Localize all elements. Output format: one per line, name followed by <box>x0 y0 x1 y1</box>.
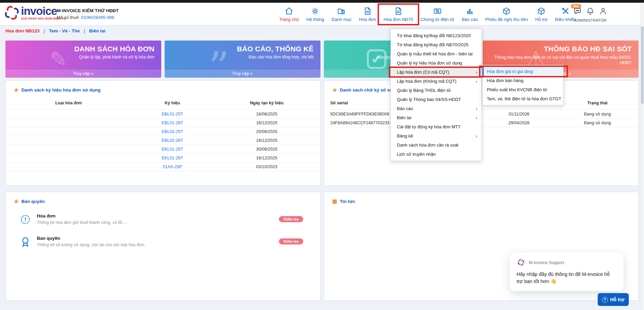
menu-item[interactable]: Tờ khai đăng ký/thay đổi NĐ123/2020 <box>391 31 481 40</box>
symbol-link[interactable]: EBL01-26T <box>132 119 213 127</box>
chat-widget[interactable]: M-invoice Support Hãy nhập đầy đủ thông … <box>510 253 623 291</box>
tax-code[interactable]: 0106026495-998 <box>81 15 114 20</box>
menu-item[interactable]: Quản lý Bảng THDL điện tử <box>391 86 481 95</box>
nav-item-payment-request[interactable]: Phiếu đề nghị thu tiền <box>484 7 529 22</box>
menu-item[interactable]: Quản lý ký hiệu hóa đơn sử dụng <box>391 58 481 68</box>
tax-label: Mã số thuế: <box>57 15 80 20</box>
messages-button[interactable]: Mới <box>573 7 582 17</box>
card-access-button[interactable]: Truy cập » <box>165 70 320 78</box>
scrollbar[interactable] <box>640 3 644 310</box>
menu-item[interactable]: Lịch sử truyền nhận <box>391 150 481 159</box>
help-button-label: Hỗ trợ <box>610 297 625 302</box>
table-row: EBL01-25T18/06/2025 <box>6 110 320 119</box>
bar-chart-icon <box>466 7 474 16</box>
invoice-type-cell <box>6 136 132 145</box>
card-reports[interactable]: ” BÁO CÁO, THỐNG KÊ Báo cáo hóa đơn tổng… <box>165 41 320 78</box>
nav-item-invoice-nd70[interactable]: Hóa đơn NĐ70 <box>382 7 414 22</box>
nav-item-evoucher[interactable]: Chứng từ điện tử <box>419 7 456 22</box>
nav-item-system[interactable]: Hệ thống <box>305 7 326 22</box>
menu-item[interactable]: Danh sách hóa đơn cần rà soát <box>391 140 481 150</box>
check-button[interactable]: Kiểm tra <box>279 216 303 222</box>
nav-label: Phiếu đề nghị thu tiền <box>485 17 528 22</box>
notifications-button[interactable] <box>586 7 595 17</box>
card-title: BÁO CÁO, THỐNG KÊ <box>237 45 314 53</box>
status-cell: Đang sử dụng <box>556 119 638 127</box>
app-header: invoice GIẢI PHÁP HÓA ĐƠN ĐIỆN TỬ M-INVO… <box>0 3 644 25</box>
nav-item-reports[interactable]: Báo cáo <box>460 7 479 22</box>
symbol-link[interactable]: 01AA-23P <box>132 162 213 171</box>
menu-item[interactable]: Cài đặt tự động ký hóa đơn MTT <box>391 122 481 131</box>
subnav: Hóa đơn NĐ123 | Tem - Vé - Thẻ | Biên la… <box>5 28 105 33</box>
help-button[interactable]: ? Hỗ trợ <box>598 293 629 306</box>
menu-item-label: Lịch sử truyền nhận <box>397 150 436 159</box>
divider: | <box>84 28 85 33</box>
card-title: DANH SÁCH HÓA ĐƠN <box>74 45 154 53</box>
subnav-item-nd123[interactable]: Hóa đơn NĐ123 <box>5 28 40 33</box>
card-invoice-list[interactable]: ✎ DANH SÁCH HÓA ĐƠN Quản lý lập, phát hà… <box>5 41 161 78</box>
card-access-button[interactable]: Truy cập » <box>5 70 161 78</box>
nav-label: Hóa đơn NĐ70 <box>384 17 413 22</box>
submenu-item[interactable]: Tem, vé, thẻ điện tử là hóa đơn GTGT <box>483 94 563 103</box>
submenu-item[interactable]: Hóa đơn giá trị gia tăng <box>483 67 563 76</box>
symbol-link[interactable]: EBL02-26T <box>132 136 213 145</box>
submenu-item[interactable]: Hóa đơn bán hàng <box>483 76 563 85</box>
menu-item-label: Tờ khai đăng ký/thay đổi NĐ70/2025 <box>397 40 469 49</box>
subnav-item-bien-lai[interactable]: Biên lai <box>89 28 105 33</box>
menu-item[interactable]: Báo cáo› <box>391 104 481 113</box>
menu-item[interactable]: Bảng kê› <box>391 131 481 140</box>
created-date-cell: 20/06/2025 <box>213 127 320 136</box>
submenu-item[interactable]: Phiếu xuất kho KVCNB điện tử <box>483 85 563 94</box>
bell-icon <box>586 7 595 16</box>
document-icon <box>363 7 372 16</box>
nav-label: Hệ thống <box>306 17 324 22</box>
symbol-link[interactable]: EKL01-26T <box>132 154 213 162</box>
column-header: Trạng thái <box>556 98 638 110</box>
card-subtitle: Xem lịch <box>376 55 392 60</box>
medal-icon <box>19 236 31 249</box>
menu-item[interactable]: Tờ khai đăng ký/thay đổi NĐ70/2025 <box>391 40 481 49</box>
subnav-item-tem-ve-the[interactable]: Tem - Vé - Thẻ <box>49 28 80 33</box>
menu-item[interactable]: Quản lý Thông báo 04/SS-HDDT <box>391 95 481 104</box>
nav-item-support[interactable]: Hỗ trợ <box>534 7 549 22</box>
symbol-link[interactable]: EBL01-25T <box>132 110 213 119</box>
item-description: Thống kê hóa đơn gửi thuế thành công, có… <box>37 220 127 225</box>
menu-item[interactable]: Lập hóa đơn (Có mã CQT)› <box>391 68 481 77</box>
star-icon: ★ <box>332 87 337 93</box>
menu-item-label: Biên lai <box>397 113 411 122</box>
user-name[interactable]: ADMINISTRATOR <box>570 18 611 22</box>
column-header: Ký hiệu <box>132 98 213 110</box>
symbol-link[interactable]: EKL01-25T <box>132 145 213 154</box>
created-date-cell: 30/06/2025 <box>213 145 320 154</box>
chevron-right-icon: › <box>476 131 477 140</box>
menu-item-label: Quản lý Thông báo 04/SS-HDDT <box>397 95 461 104</box>
panel-title: Danh sách ký hiệu hóa đơn sử dụng <box>21 87 100 93</box>
invoice-type-cell <box>6 119 132 127</box>
voucher-icon <box>433 7 442 16</box>
menu-item[interactable]: Lập hóa đơn (Không mã CQT)› <box>391 77 481 86</box>
cube-icon <box>502 7 511 16</box>
nav-label: Hóa đơn <box>359 17 376 22</box>
check-button[interactable]: Kiểm tra <box>279 238 303 244</box>
m-invoice-logo-icon <box>5 6 19 20</box>
account-button[interactable] <box>599 7 607 17</box>
menu-item-label: Lập hóa đơn (Có mã CQT) <box>397 68 449 77</box>
menu-item-label: Lập hóa đơn (Không mã CQT) <box>397 77 456 86</box>
chevron-right-icon: › <box>476 104 477 113</box>
created-date-cell: 03/10/2023 <box>213 162 320 171</box>
menu-item-label: Bảng kê <box>397 131 413 140</box>
nav-item-home[interactable]: Trang chủ <box>278 7 300 22</box>
table-row: EBL02-26T16/12/2025 <box>6 136 320 145</box>
new-badge: Mới <box>571 4 581 8</box>
nav-item-invoice[interactable]: Hóa đơn <box>358 7 377 22</box>
expiry-date-cell: 01/11/2026 <box>481 110 557 119</box>
menu-item[interactable]: Biên lai› <box>391 113 481 122</box>
list-item-license-stats: Bản quyền Thống kê số lượng sử dụng, còn… <box>19 236 303 249</box>
chevron-right-icon: › <box>476 68 477 77</box>
list-item-invoice-stats: ! Hóa đơn Thống kê hóa đơn gửi thuế thàn… <box>19 213 303 227</box>
symbol-link[interactable]: EBL02-25T <box>132 127 213 136</box>
nav-item-categories[interactable]: Danh mục <box>330 7 353 22</box>
scrollbar-thumb[interactable] <box>641 26 644 104</box>
item-title: Bản quyền <box>37 236 145 241</box>
company-tax: Mã số thuế: 0106026495-998 <box>57 14 119 21</box>
menu-item[interactable]: Quản lý mẫu thiết kế hóa đơn - biên lai <box>391 49 481 58</box>
